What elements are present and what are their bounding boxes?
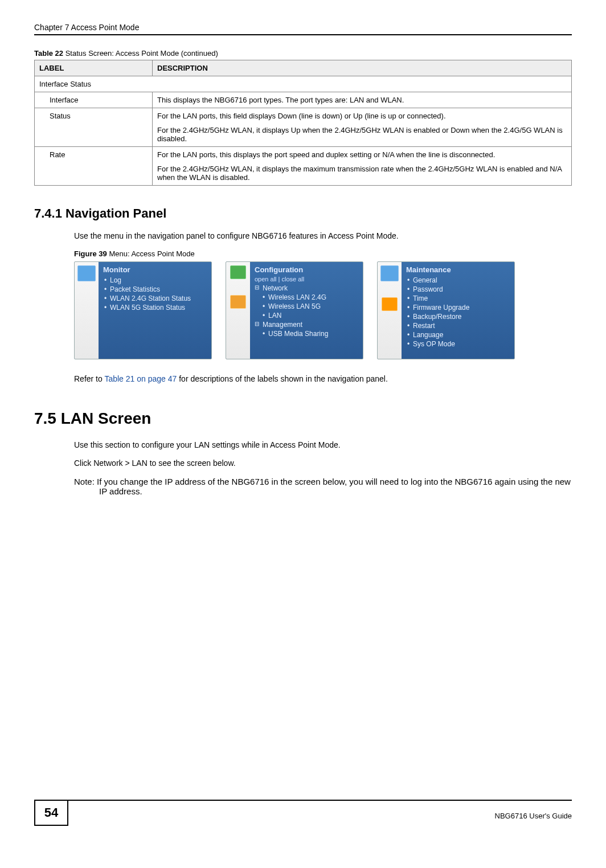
lan-intro: Use this section to configure your LAN s…	[74, 440, 572, 449]
menu-item: LAN	[255, 311, 357, 320]
status-table: LABEL DESCRIPTION Interface Status Inter…	[34, 60, 572, 186]
refer-pre: Refer to	[74, 374, 104, 383]
table-caption-text: Status Screen: Access Point Mode (contin…	[63, 49, 218, 58]
row-label-rate: Rate	[39, 150, 65, 159]
table-row: Interface Status	[35, 76, 572, 92]
menu-item: Backup/Restore	[406, 312, 509, 321]
figure-caption-text: Menu: Access Point Mode	[107, 249, 195, 258]
status-desc-p2: For the 2.4GHz/5GHz WLAN, it displays Up…	[157, 126, 567, 143]
row-label-status: Status	[39, 112, 71, 120]
menu-item: Sys OP Mode	[406, 339, 509, 349]
panel-icon-column	[75, 262, 99, 359]
rate-desc-p1: For the LAN ports, this displays the por…	[157, 150, 567, 159]
menu-tree-network: Network	[255, 284, 357, 293]
chapter-header: Chapter 7 Access Point Mode	[34, 23, 139, 32]
menu-title-monitor: Monitor	[103, 265, 206, 274]
menu-item: Password	[406, 285, 509, 294]
menu-item: Firmware Upgrade	[406, 303, 509, 312]
menu-panel-monitor: Monitor Log Packet Statistics WLAN 2.4G …	[74, 261, 212, 359]
figure-caption: Figure 39 Menu: Access Point Mode	[74, 249, 572, 258]
footer-guide-title: NBG6716 User's Guide	[495, 807, 572, 820]
panel-icon-column	[378, 262, 402, 359]
table-number: Table 22	[34, 49, 63, 58]
menu-sub-openclose: open all | close all	[255, 276, 357, 282]
rate-desc-p2: For the 2.4GHz/5GHz WLAN, it displays th…	[157, 165, 567, 182]
figure-number: Figure 39	[74, 249, 107, 258]
menu-item: WLAN 5G Station Status	[103, 303, 206, 312]
row-label-interface: Interface	[39, 96, 79, 104]
table-caption: Table 22 Status Screen: Access Point Mod…	[34, 49, 572, 58]
menu-panel-configuration: Configuration open all | close all Netwo…	[226, 261, 363, 359]
panel-icon-column	[226, 262, 250, 359]
maintenance-icon-1	[380, 265, 399, 281]
lan-note: Note: If you change the IP address of th…	[74, 477, 572, 496]
menu-item: Wireless LAN 5G	[255, 302, 357, 311]
col-header-description: DESCRIPTION	[153, 60, 572, 76]
menu-tree-management: Management	[255, 320, 357, 329]
heading-navigation-panel: 7.4.1 Navigation Panel	[34, 206, 572, 221]
refer-post: for descriptions of the labels shown in …	[177, 374, 387, 383]
table-row: Rate For the LAN ports, this displays th…	[35, 147, 572, 186]
menu-item: Language	[406, 330, 509, 339]
menu-item: Packet Statistics	[103, 285, 206, 294]
row-desc-interface: This displays the NBG6716 port types. Th…	[153, 92, 572, 108]
cross-ref-link[interactable]: Table 21 on page 47	[104, 374, 177, 383]
menu-title-maintenance: Maintenance	[406, 265, 509, 274]
menu-item: USB Media Sharing	[255, 329, 357, 338]
menu-item: Log	[103, 276, 206, 285]
nav-panel-intro: Use the menu in the navigation panel to …	[74, 231, 572, 240]
page-number: 54	[34, 801, 68, 826]
maintenance-icon-2	[382, 297, 398, 311]
table-row: Status For the LAN ports, this field dis…	[35, 108, 572, 147]
col-header-label: LABEL	[35, 60, 153, 76]
table-row: Interface This displays the NBG6716 port…	[35, 92, 572, 108]
menu-item: General	[406, 276, 509, 285]
page-footer: 54 NBG6716 User's Guide	[34, 800, 572, 826]
figure-menu-panels: Monitor Log Packet Statistics WLAN 2.4G …	[74, 261, 572, 359]
configuration-icon	[230, 265, 246, 279]
status-desc-p1: For the LAN ports, this field displays D…	[157, 112, 567, 120]
lan-click: Click Network > LAN to see the screen be…	[74, 458, 572, 468]
menu-item: WLAN 2.4G Station Status	[103, 294, 206, 303]
row-interface-status: Interface Status	[35, 76, 572, 92]
menu-panel-maintenance: Maintenance General Password Time Firmwa…	[377, 261, 515, 359]
heading-lan-screen: 7.5 LAN Screen	[34, 410, 572, 428]
row-desc-status: For the LAN ports, this field displays D…	[153, 108, 572, 147]
refer-text: Refer to Table 21 on page 47 for descrip…	[74, 374, 572, 383]
row-desc-rate: For the LAN ports, this displays the por…	[153, 147, 572, 186]
menu-item: Time	[406, 294, 509, 303]
network-icon	[230, 295, 246, 309]
menu-item: Wireless LAN 2.4G	[255, 293, 357, 302]
monitor-icon	[77, 265, 96, 281]
menu-title-configuration: Configuration	[255, 265, 357, 274]
menu-item: Restart	[406, 321, 509, 330]
